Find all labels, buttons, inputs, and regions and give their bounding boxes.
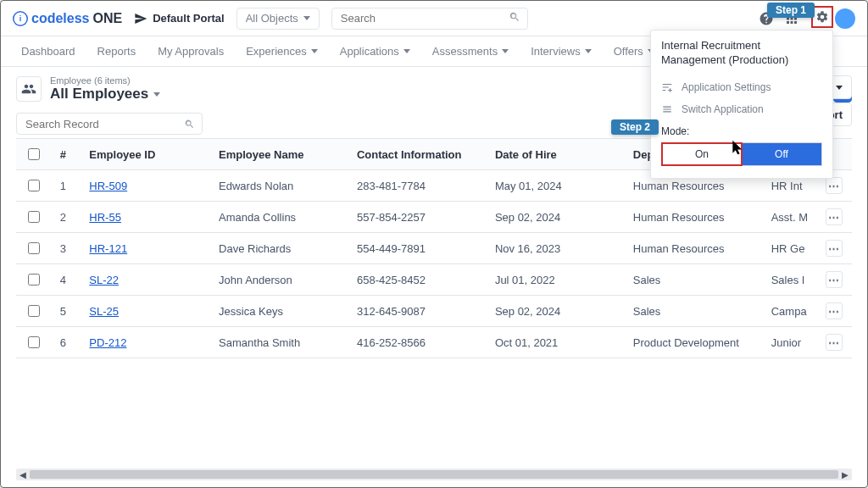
row-number: 5 xyxy=(52,296,81,327)
col-hire-date[interactable]: Date of Hire xyxy=(487,139,625,170)
position: HR Ge xyxy=(763,233,817,264)
employee-name: Edwards Nolan xyxy=(210,170,348,202)
scroll-right-icon[interactable]: ► xyxy=(840,469,850,480)
tab-label: My Approvals xyxy=(158,45,224,58)
logo-text-pre: codeless xyxy=(31,11,89,26)
mode-off-button[interactable]: Off xyxy=(742,143,821,165)
view-title[interactable]: All Employees xyxy=(50,86,160,103)
mode-toggle[interactable]: On Off xyxy=(661,142,822,166)
department: Sales xyxy=(625,264,763,296)
col-employee-id[interactable]: Employee ID xyxy=(81,139,210,170)
row-more-button[interactable]: ⋯ xyxy=(826,302,843,319)
department: Sales xyxy=(625,296,763,327)
row-checkbox[interactable] xyxy=(28,336,40,348)
select-all-checkbox[interactable] xyxy=(28,148,40,160)
employee-id-link[interactable]: SL-25 xyxy=(89,305,119,318)
department: Human Resources xyxy=(625,233,763,264)
row-number: 6 xyxy=(52,327,81,358)
employee-name: Samantha Smith xyxy=(210,327,348,358)
sliders-icon xyxy=(661,81,673,93)
employee-id-link[interactable]: HR-55 xyxy=(89,211,121,224)
table-row[interactable]: 2HR-55Amanda Collins557-854-2257Sep 02, … xyxy=(16,202,852,233)
tab-assessments[interactable]: Assessments xyxy=(424,36,517,67)
chevron-down-icon xyxy=(836,86,843,90)
contact-info: 658-425-8452 xyxy=(348,264,487,296)
table-row[interactable]: 5SL-25Jessica Keys312-645-9087Sep 02, 20… xyxy=(16,296,852,327)
switch-application-link[interactable]: Switch Application xyxy=(661,98,822,120)
mode-on-button[interactable]: On xyxy=(662,143,742,165)
row-more-button[interactable]: ⋯ xyxy=(826,208,843,225)
tab-label: Applications xyxy=(340,45,399,58)
employee-id-link[interactable]: HR-509 xyxy=(89,180,127,192)
contact-info: 554-449-7891 xyxy=(348,233,487,264)
table-row[interactable]: 4SL-22John Anderson658-425-8452Jul 01, 2… xyxy=(16,264,852,296)
contact-info: 283-481-7784 xyxy=(348,170,487,202)
chevron-down-icon xyxy=(303,16,310,20)
tab-interviews[interactable]: Interviews xyxy=(522,36,600,67)
row-more-button[interactable]: ⋯ xyxy=(826,177,843,194)
record-search[interactable] xyxy=(16,113,203,135)
object-selector-label: All Objects xyxy=(246,12,298,25)
hire-date: Nov 16, 2023 xyxy=(487,233,625,264)
employee-id-link[interactable]: PD-212 xyxy=(89,336,126,349)
portal-selector[interactable]: Default Portal xyxy=(134,12,225,25)
tab-dashboard[interactable]: Dashboard xyxy=(13,36,84,67)
svg-text:i: i xyxy=(19,14,22,23)
tab-reports[interactable]: Reports xyxy=(89,36,145,67)
department: Product Development xyxy=(625,327,763,358)
position: Junior xyxy=(763,327,817,358)
avatar[interactable] xyxy=(835,8,855,29)
logo-text-post: ONE xyxy=(92,11,122,26)
row-checkbox[interactable] xyxy=(28,274,40,286)
application-settings-link[interactable]: Application Settings xyxy=(661,76,822,98)
row-checkbox[interactable] xyxy=(28,305,40,317)
chevron-down-icon xyxy=(502,49,509,53)
row-number: 3 xyxy=(52,233,81,264)
tab-label: Interviews xyxy=(531,45,581,58)
breadcrumb: Employee (6 items) xyxy=(50,75,160,86)
portal-label: Default Portal xyxy=(153,12,225,25)
hire-date: Oct 01, 2021 xyxy=(487,327,625,358)
search-input[interactable] xyxy=(339,11,509,25)
row-number: 2 xyxy=(52,202,81,233)
tab-my-approvals[interactable]: My Approvals xyxy=(149,36,232,67)
object-selector[interactable]: All Objects xyxy=(236,8,320,30)
employee-id-link[interactable]: HR-121 xyxy=(89,242,127,255)
row-checkbox[interactable] xyxy=(28,242,40,254)
scroll-thumb[interactable] xyxy=(30,470,838,479)
col-employee-name[interactable]: Employee Name xyxy=(210,139,348,170)
col-contact[interactable]: Contact Information xyxy=(348,139,487,170)
scroll-left-icon[interactable]: ◄ xyxy=(18,469,28,480)
horizontal-scrollbar[interactable]: ◄ ► xyxy=(16,469,852,480)
row-more-button[interactable]: ⋯ xyxy=(826,271,843,288)
position: Campa xyxy=(763,296,817,327)
employee-name: Dave Richards xyxy=(210,233,348,264)
tab-label: Assessments xyxy=(432,45,498,58)
global-search[interactable] xyxy=(331,8,528,30)
search-icon xyxy=(509,11,520,25)
row-checkbox[interactable] xyxy=(28,180,40,191)
chevron-down-icon xyxy=(403,49,410,53)
record-search-input[interactable] xyxy=(24,117,184,131)
paper-plane-icon xyxy=(134,12,147,25)
col-row[interactable]: # xyxy=(52,139,81,170)
hire-date: Sep 02, 2024 xyxy=(487,296,625,327)
row-more-button[interactable]: ⋯ xyxy=(826,334,843,351)
settings-panel: Internal Recruitment Management (Product… xyxy=(650,30,833,179)
tab-applications[interactable]: Applications xyxy=(331,36,419,67)
position: Sales I xyxy=(763,264,817,296)
position: Asst. M xyxy=(763,202,817,233)
row-number: 1 xyxy=(52,170,81,202)
table-row[interactable]: 6PD-212Samantha Smith416-252-8566Oct 01,… xyxy=(16,327,852,358)
employee-id-link[interactable]: SL-22 xyxy=(89,274,119,286)
tab-experiences[interactable]: Experiences xyxy=(237,36,326,67)
row-more-button[interactable]: ⋯ xyxy=(826,240,843,257)
contact-info: 312-645-9087 xyxy=(348,296,487,327)
row-checkbox[interactable] xyxy=(28,211,40,223)
row-number: 4 xyxy=(52,264,81,296)
hire-date: May 01, 2024 xyxy=(487,170,625,202)
logo: i codelessONE xyxy=(13,11,122,26)
table-row[interactable]: 3HR-121Dave Richards554-449-7891Nov 16, … xyxy=(16,233,852,264)
department: Human Resources xyxy=(625,202,763,233)
chevron-down-icon xyxy=(311,49,318,53)
